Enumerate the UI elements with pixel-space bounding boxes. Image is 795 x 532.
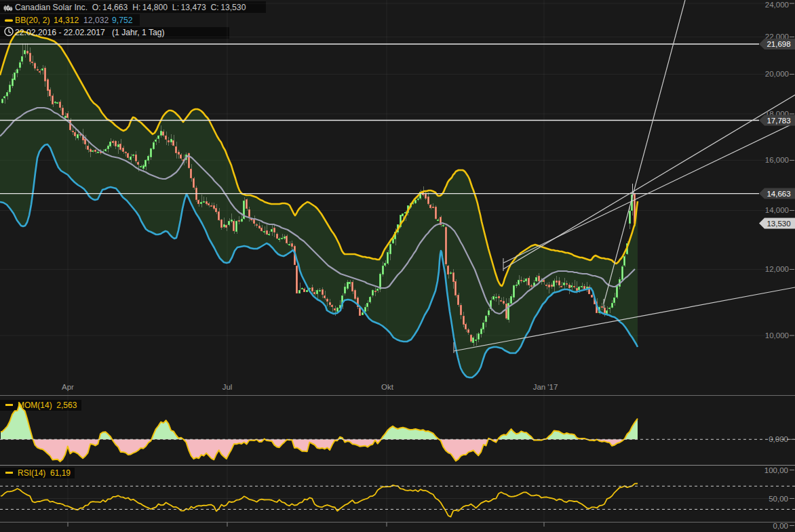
svg-text:17,783: 17,783 [767, 117, 790, 125]
svg-text:12,000: 12,000 [765, 265, 789, 273]
svg-text:Jan '17: Jan '17 [533, 383, 558, 391]
svg-text:14,663: 14,663 [767, 190, 790, 198]
svg-text:21,698: 21,698 [767, 40, 790, 48]
svg-text:MOM(14) 2,563: MOM(14) 2,563 [18, 401, 77, 410]
svg-text:14,000: 14,000 [765, 206, 789, 214]
svg-text:BB(20, 2): BB(20, 2) [15, 16, 50, 25]
svg-text:24,000: 24,000 [765, 1, 789, 9]
svg-text:0,00: 0,00 [773, 522, 788, 530]
svg-text:16,000: 16,000 [765, 156, 789, 164]
svg-text:10,000: 10,000 [765, 331, 789, 340]
svg-text:12,032: 12,032 [83, 16, 109, 25]
svg-text:Apr: Apr [62, 383, 74, 391]
svg-text:Jul: Jul [222, 383, 233, 391]
svg-text:20,000: 20,000 [765, 70, 789, 78]
svg-text:13,530: 13,530 [767, 220, 790, 228]
svg-text:Okt: Okt [381, 383, 394, 391]
svg-text:100,00: 100,00 [764, 466, 788, 474]
svg-text:9,752: 9,752 [112, 16, 133, 25]
svg-text:14,312: 14,312 [54, 16, 79, 25]
svg-text:22.02.2016 - 22.02.2017 (1 J: 22.02.2016 - 22.02.2017 (1 Jahr, 1 Tag) [15, 28, 165, 37]
svg-text:Canadian Solar Inc. O: 14,663: Canadian Solar Inc. O: 14,663 H: 14,800 … [15, 3, 246, 12]
svg-text:RSI(14) 61,19: RSI(14) 61,19 [18, 468, 71, 478]
svg-text:50,00: 50,00 [769, 495, 788, 503]
